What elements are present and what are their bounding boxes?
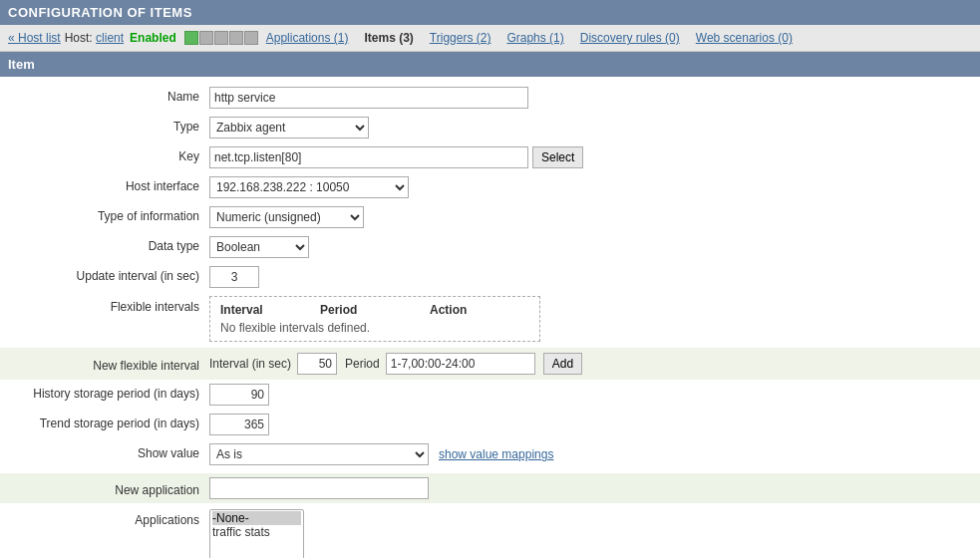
interval-in-sec-label: Interval (in sec) xyxy=(209,357,291,371)
trend-storage-control xyxy=(209,414,980,435)
applications-row: Applications -None- traffic stats xyxy=(0,509,980,558)
indicator-grey-3 xyxy=(229,31,243,45)
host-interface-label: Host interface xyxy=(0,176,209,193)
type-info-control: Numeric (unsigned) Character Log Numeric… xyxy=(209,206,980,228)
name-input[interactable] xyxy=(209,87,528,109)
host-name-link[interactable]: client xyxy=(96,31,124,45)
update-interval-label: Update interval (in sec) xyxy=(0,266,209,283)
new-flex-control: Interval (in sec) Period Add xyxy=(209,353,980,375)
host-interface-control: 192.168.238.222 : 10050 xyxy=(209,176,980,198)
name-control xyxy=(209,87,980,109)
select-button[interactable]: Select xyxy=(532,146,583,168)
show-value-control: As is show value mappings xyxy=(209,443,980,465)
new-flex-label: New flexible interval xyxy=(0,356,209,373)
tab-applications[interactable]: Applications (1) xyxy=(266,31,349,45)
trend-storage-label: Trend storage period (in days) xyxy=(0,414,209,430)
status-indicators xyxy=(184,31,258,45)
key-label: Key xyxy=(0,146,209,163)
data-type-label: Data type xyxy=(0,236,209,253)
update-interval-input[interactable] xyxy=(209,266,259,288)
key-row: Key Select xyxy=(0,146,980,170)
indicator-green-1 xyxy=(184,31,198,45)
update-interval-control xyxy=(209,266,980,288)
flexible-intervals-row: Flexible intervals Interval Period Actio… xyxy=(0,296,980,342)
host-interface-row: Host interface 192.168.238.222 : 10050 xyxy=(0,176,980,200)
title-text: CONFIGURATION OF ITEMS xyxy=(8,5,192,20)
host-list-link[interactable]: « Host list xyxy=(8,31,61,45)
key-input[interactable] xyxy=(209,146,528,168)
flex-table-header: Interval Period Action xyxy=(220,303,529,317)
enabled-badge: Enabled xyxy=(130,31,176,45)
history-storage-label: History storage period (in days) xyxy=(0,384,209,401)
trend-storage-input[interactable] xyxy=(209,414,269,435)
app-option-none: -None- xyxy=(212,511,301,525)
type-row: Type Zabbix agent SNMP agent Zabbix inte… xyxy=(0,117,980,140)
applications-listbox[interactable]: -None- traffic stats xyxy=(209,509,304,558)
applications-label: Applications xyxy=(0,509,209,527)
indicator-grey-4 xyxy=(244,31,258,45)
tab-triggers[interactable]: Triggers (2) xyxy=(430,31,491,45)
data-type-select[interactable]: Boolean Octal Decimal Hexadecimal xyxy=(209,236,309,258)
add-flex-button[interactable]: Add xyxy=(543,353,582,375)
name-row: Name xyxy=(0,87,980,111)
tab-graphs[interactable]: Graphs (1) xyxy=(506,31,563,45)
type-control: Zabbix agent SNMP agent Zabbix internal xyxy=(209,117,980,139)
name-label: Name xyxy=(0,87,209,104)
data-type-row: Data type Boolean Octal Decimal Hexadeci… xyxy=(0,236,980,260)
indicator-grey-1 xyxy=(199,31,213,45)
show-value-label: Show value xyxy=(0,443,209,460)
type-info-label: Type of information xyxy=(0,206,209,223)
update-interval-row: Update interval (in sec) xyxy=(0,266,980,290)
flexible-intervals-box: Interval Period Action No flexible inter… xyxy=(209,296,540,342)
tab-items[interactable]: Items (3) xyxy=(364,31,413,45)
show-value-mappings-link[interactable]: show value mappings xyxy=(439,447,553,461)
type-info-row: Type of information Numeric (unsigned) C… xyxy=(0,206,980,230)
history-storage-input[interactable] xyxy=(209,384,269,406)
new-flex-period-input[interactable] xyxy=(386,353,535,375)
new-flexible-interval-row: New flexible interval Interval (in sec) … xyxy=(0,348,980,380)
flex-header-period: Period xyxy=(320,303,430,317)
new-application-label: New application xyxy=(0,480,209,497)
applications-control: -None- traffic stats xyxy=(209,509,980,558)
section-header: Item xyxy=(0,52,980,77)
key-control: Select xyxy=(209,146,980,168)
new-flex-interval-input[interactable] xyxy=(297,353,337,375)
tab-web[interactable]: Web scenarios (0) xyxy=(696,31,793,45)
type-info-select[interactable]: Numeric (unsigned) Character Log Numeric… xyxy=(209,206,364,228)
tab-discovery[interactable]: Discovery rules (0) xyxy=(580,31,680,45)
host-label: Host: client xyxy=(65,31,124,45)
flexible-intervals-label: Flexible intervals xyxy=(0,296,209,314)
host-interface-select[interactable]: 192.168.238.222 : 10050 xyxy=(209,176,409,198)
form-area: Name Type Zabbix agent SNMP agent Zabbix… xyxy=(0,77,980,558)
flex-no-data-text: No flexible intervals defined. xyxy=(220,321,529,335)
history-storage-control xyxy=(209,384,980,406)
title-bar: CONFIGURATION OF ITEMS xyxy=(0,0,980,25)
flexible-intervals-control: Interval Period Action No flexible inter… xyxy=(209,296,980,342)
new-application-control xyxy=(209,477,980,499)
app-option-traffic: traffic stats xyxy=(212,525,301,539)
type-label: Type xyxy=(0,117,209,134)
flex-header-interval: Interval xyxy=(220,303,320,317)
nav-bar: « Host list Host: client Enabled Applica… xyxy=(0,25,980,52)
show-value-select[interactable]: As is xyxy=(209,443,429,465)
show-value-row: Show value As is show value mappings xyxy=(0,443,980,467)
history-storage-row: History storage period (in days) xyxy=(0,384,980,408)
indicator-grey-2 xyxy=(214,31,228,45)
type-select[interactable]: Zabbix agent SNMP agent Zabbix internal xyxy=(209,117,369,139)
trend-storage-row: Trend storage period (in days) xyxy=(0,414,980,437)
new-application-input[interactable] xyxy=(209,477,429,499)
period-label-inline: Period xyxy=(345,357,380,371)
new-application-row: New application xyxy=(0,473,980,503)
data-type-control: Boolean Octal Decimal Hexadecimal xyxy=(209,236,980,258)
flex-header-action: Action xyxy=(430,303,529,317)
